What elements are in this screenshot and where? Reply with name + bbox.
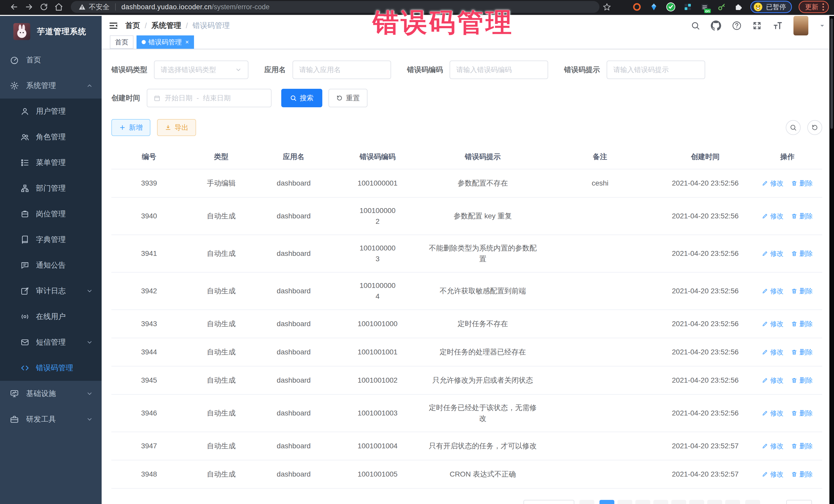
extension-switch-on-icon[interactable]: on <box>700 2 710 12</box>
table-row: 3941 自动生成 dashboard 100100000 3 不能删除类型为系… <box>111 235 822 272</box>
reset-button[interactable]: 重置 <box>328 89 368 107</box>
table-search-toggle-icon[interactable] <box>786 120 800 135</box>
page-button[interactable]: 2 <box>617 500 632 504</box>
export-button[interactable]: 导出 <box>157 119 196 136</box>
profile-paused-badge[interactable]: 已暂停 <box>750 1 792 13</box>
goto-page-input[interactable] <box>786 500 812 504</box>
sidebar-item-error-code[interactable]: 错误码管理 <box>0 355 102 381</box>
edit-link[interactable]: 修改 <box>762 441 784 451</box>
sidebar-item-online-users[interactable]: 在线用户 <box>0 304 102 329</box>
sidebar-item-audit-log[interactable]: 审计日志 <box>0 278 102 304</box>
app-logo[interactable]: 芋道管理系统 <box>0 16 102 47</box>
cell-app: dashboard <box>256 170 332 196</box>
page-button[interactable]: 3 <box>635 500 650 504</box>
sidebar-item-menus[interactable]: 菜单管理 <box>0 150 102 176</box>
breadcrumb-system[interactable]: 系统管理 <box>151 21 181 31</box>
sidebar-item-infrastructure[interactable]: 基础设施 <box>0 381 102 407</box>
bookmark-star-icon[interactable] <box>599 1 614 13</box>
sidebar-item-system[interactable]: 系统管理 <box>0 73 102 98</box>
site-security-chip[interactable]: 不安全 <box>79 2 110 12</box>
sidebar-item-dev-tools[interactable]: 研发工具 <box>0 407 102 432</box>
edit-link[interactable]: 修改 <box>762 375 784 386</box>
delete-link[interactable]: 删除 <box>791 286 813 296</box>
page-button[interactable]: 6 <box>689 500 704 504</box>
app-title: 芋道管理系统 <box>37 26 86 37</box>
delete-link[interactable]: 删除 <box>791 178 813 188</box>
goto-page: 前往 页 <box>769 500 822 504</box>
browser-home-icon[interactable] <box>51 1 66 13</box>
extension-puzzle-icon[interactable] <box>733 2 744 12</box>
page-button[interactable]: 4 <box>653 500 668 504</box>
error-code-input[interactable] <box>456 66 542 74</box>
breadcrumb-current: 错误码管理 <box>193 21 230 31</box>
edit-link[interactable]: 修改 <box>762 249 784 259</box>
sidebar-item-home[interactable]: 首页 <box>0 47 102 73</box>
sidebar-item-dict[interactable]: 字典管理 <box>0 227 102 253</box>
error-type-select[interactable]: 请选择错误码类型 <box>154 61 248 79</box>
delete-link[interactable]: 删除 <box>791 441 813 451</box>
tab-home[interactable]: 首页 <box>110 36 133 49</box>
extension-orange-icon[interactable] <box>632 2 642 12</box>
browser-reload-icon[interactable] <box>37 1 51 13</box>
search-icon[interactable] <box>691 21 700 30</box>
page-button[interactable]: 1 <box>599 500 614 504</box>
sidebar-item-roles[interactable]: 角色管理 <box>0 124 102 150</box>
error-hint-input[interactable] <box>613 66 699 74</box>
delete-link[interactable]: 删除 <box>791 211 813 221</box>
edit-link[interactable]: 修改 <box>762 408 784 418</box>
caret-down-icon[interactable] <box>819 23 825 29</box>
browser-scrollbar[interactable] <box>829 16 834 504</box>
delete-link[interactable]: 删除 <box>791 408 813 418</box>
next-page-button[interactable] <box>745 500 760 504</box>
edit-link[interactable]: 修改 <box>762 286 784 296</box>
cell-remark <box>542 344 658 360</box>
sidebar-item-users[interactable]: 用户管理 <box>0 98 102 124</box>
font-size-icon[interactable] <box>772 21 783 31</box>
sidebar-item-notice[interactable]: 通知公告 <box>0 253 102 278</box>
delete-link[interactable]: 删除 <box>791 469 813 479</box>
date-range-picker[interactable]: 开始日期 - 结束日期 <box>147 89 271 107</box>
extension-key-icon[interactable] <box>717 2 727 12</box>
table-refresh-icon[interactable] <box>807 120 822 135</box>
sidebar-item-sms[interactable]: 短信管理 <box>0 329 102 355</box>
search-button[interactable]: 搜索 <box>281 89 322 107</box>
browser-menu-icon[interactable] <box>822 3 824 10</box>
page-button[interactable]: 5 <box>671 500 686 504</box>
github-icon[interactable] <box>711 21 721 31</box>
add-button[interactable]: 新增 <box>111 119 150 136</box>
extension-gem-icon[interactable] <box>649 2 659 12</box>
prev-page-button[interactable] <box>579 500 594 504</box>
user-avatar[interactable] <box>793 16 808 36</box>
browser-update-button[interactable]: 更新 <box>798 1 829 13</box>
chevron-down-icon <box>86 339 93 346</box>
sidebar-item-posts[interactable]: 岗位管理 <box>0 201 102 227</box>
page-button[interactable]: ••• <box>707 500 722 504</box>
app-name-input[interactable] <box>299 66 385 74</box>
chevron-down-icon <box>86 416 93 423</box>
help-icon[interactable] <box>732 21 742 30</box>
edit-link[interactable]: 修改 <box>762 319 784 329</box>
delete-link[interactable]: 删除 <box>791 319 813 329</box>
edit-link[interactable]: 修改 <box>762 469 784 479</box>
browser-back-icon[interactable] <box>7 1 22 13</box>
delete-link[interactable]: 删除 <box>791 347 813 357</box>
address-bar[interactable]: 不安全 dashboard.yudao.iocoder.cn/system/er… <box>71 1 599 13</box>
edit-link[interactable]: 修改 <box>762 347 784 357</box>
delete-link[interactable]: 删除 <box>791 375 813 386</box>
tab-error-code[interactable]: 错误码管理 × <box>136 36 194 49</box>
edit-link[interactable]: 修改 <box>762 178 784 188</box>
hamburger-icon[interactable] <box>102 16 125 36</box>
edit-link[interactable]: 修改 <box>762 211 784 221</box>
browser-forward-icon[interactable] <box>22 1 37 13</box>
sidebar-item-departments[interactable]: 部门管理 <box>0 176 102 201</box>
fullscreen-icon[interactable] <box>752 21 762 30</box>
page-button[interactable]: 8 <box>725 500 740 504</box>
scrollbar-thumb[interactable] <box>830 19 833 129</box>
extension-grid-icon[interactable] <box>683 2 693 12</box>
close-tab-icon[interactable]: × <box>185 39 189 46</box>
extension-green-check-icon[interactable] <box>666 2 676 12</box>
divider <box>115 3 116 10</box>
breadcrumb-home[interactable]: 首页 <box>125 21 140 31</box>
delete-link[interactable]: 删除 <box>791 249 813 259</box>
page-size-select[interactable]: 10条/页 <box>524 500 574 504</box>
